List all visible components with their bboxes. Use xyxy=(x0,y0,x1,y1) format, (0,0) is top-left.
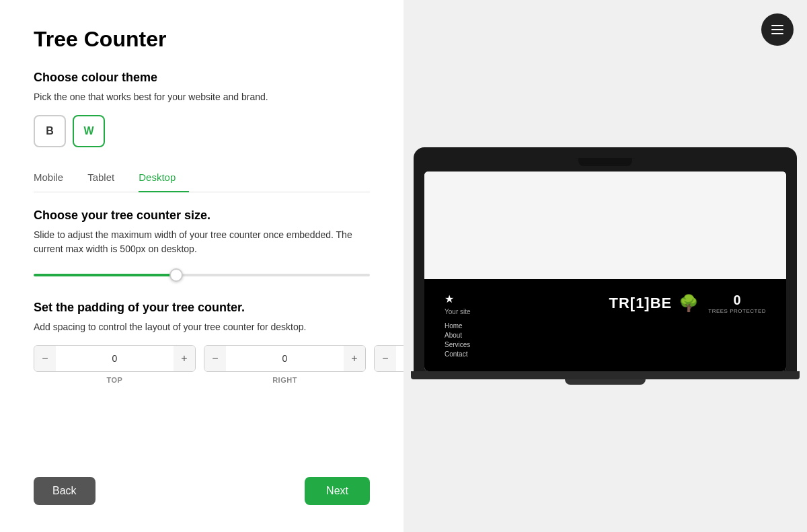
next-button[interactable]: Next xyxy=(305,477,370,505)
footer-link-about: About xyxy=(445,332,471,339)
padding-section: Set the padding of your tree counter. Ad… xyxy=(34,301,370,384)
tab-mobile[interactable]: Mobile xyxy=(34,166,77,192)
back-button[interactable]: Back xyxy=(34,477,95,505)
padding-control-right: − + xyxy=(204,345,366,372)
tribe-logo: TR[1]BE xyxy=(609,295,672,312)
menu-line-1 xyxy=(771,25,783,26)
left-panel: Tree Counter Choose colour theme Pick th… xyxy=(0,0,404,532)
counter-number: 0 xyxy=(734,293,741,308)
theme-section-title: Choose colour theme xyxy=(34,71,370,85)
website-footer: ★ Your site Home About Services Contact … xyxy=(424,279,786,371)
padding-top-minus[interactable]: − xyxy=(34,346,56,371)
device-tabs: Mobile Tablet Desktop xyxy=(34,166,370,192)
size-section-desc: Slide to adjust the maximum width of you… xyxy=(34,228,370,256)
theme-btn-b[interactable]: B xyxy=(34,115,66,147)
size-section: Choose your tree counter size. Slide to … xyxy=(34,208,370,279)
theme-buttons: B W xyxy=(34,115,370,147)
size-slider[interactable] xyxy=(34,274,370,276)
size-section-title: Choose your tree counter size. xyxy=(34,208,370,223)
theme-section: Choose colour theme Pick the one that wo… xyxy=(34,71,370,166)
theme-btn-w[interactable]: W xyxy=(73,115,105,147)
footer-link-home: Home xyxy=(445,322,471,330)
footer-right: TR[1]BE 🌳 0 TREES PROTECTED xyxy=(609,293,766,314)
right-panel: ★ Your site Home About Services Contact … xyxy=(404,0,807,532)
tab-tablet[interactable]: Tablet xyxy=(87,166,128,192)
laptop-notch xyxy=(578,158,632,166)
footer-links: Home About Services Contact xyxy=(445,322,471,358)
footer-link-contact: Contact xyxy=(445,350,471,358)
padding-top-input[interactable] xyxy=(56,346,174,371)
theme-section-desc: Pick the one that works best for your we… xyxy=(34,90,370,104)
padding-right-input[interactable] xyxy=(226,346,344,371)
padding-field-right: − + RIGHT xyxy=(204,345,366,384)
laptop-mockup: ★ Your site Home About Services Contact … xyxy=(414,147,797,385)
padding-right-plus[interactable]: + xyxy=(344,346,365,371)
menu-line-2 xyxy=(771,29,783,30)
tree-icon: 🌳 xyxy=(679,294,699,313)
menu-button[interactable] xyxy=(761,13,794,46)
padding-top-label: TOP xyxy=(107,376,123,384)
padding-right-label: RIGHT xyxy=(272,376,297,384)
padding-field-top: − + TOP xyxy=(34,345,196,384)
padding-section-desc: Add spacing to control the layout of you… xyxy=(34,320,370,334)
tribe-counter: 0 TREES PROTECTED xyxy=(708,293,766,314)
padding-right-minus[interactable]: − xyxy=(204,346,226,371)
footer-link-services: Services xyxy=(445,341,471,348)
laptop-stand xyxy=(565,379,646,385)
padding-inputs: − + TOP − + RIGHT − + xyxy=(34,345,370,384)
footer-left: ★ Your site Home About Services Contact xyxy=(445,293,471,358)
tab-desktop[interactable]: Desktop xyxy=(139,166,189,192)
padding-top-plus[interactable]: + xyxy=(174,346,195,371)
padding-control-top: − + xyxy=(34,345,196,372)
footer-star: ★ xyxy=(445,293,471,305)
padding-bottom-minus[interactable]: − xyxy=(375,346,396,371)
website-preview: ★ Your site Home About Services Contact … xyxy=(424,172,786,371)
laptop-screen: ★ Your site Home About Services Contact … xyxy=(424,172,786,371)
laptop-base xyxy=(411,371,800,379)
slider-wrapper xyxy=(34,267,370,279)
padding-section-title: Set the padding of your tree counter. xyxy=(34,301,370,315)
laptop-frame: ★ Your site Home About Services Contact … xyxy=(414,147,797,371)
page-title: Tree Counter xyxy=(34,27,370,52)
menu-line-3 xyxy=(771,33,783,34)
website-content-area xyxy=(424,172,786,279)
bottom-buttons: Back Next xyxy=(34,477,370,505)
counter-label: TREES PROTECTED xyxy=(708,308,766,314)
footer-site-label: Your site xyxy=(445,308,471,315)
